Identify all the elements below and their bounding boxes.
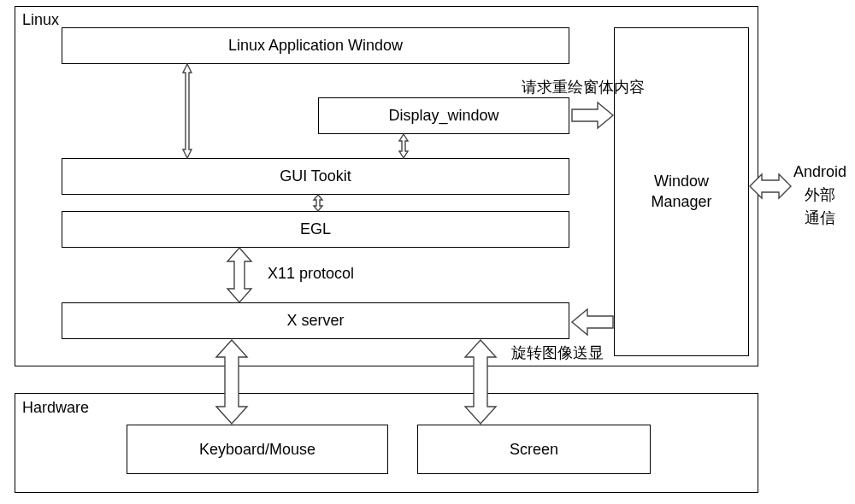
label-rotate-image: 旋转图像送显	[511, 343, 604, 363]
label-android-comm: Android 外部 通信	[793, 161, 846, 230]
arrow-xserver-keyboard	[211, 340, 252, 424]
label-x11-protocol: X11 protocol	[268, 265, 354, 283]
arrow-wm-android	[750, 171, 791, 202]
box-egl: EGL	[62, 211, 569, 248]
arrow-wm-xserver	[572, 307, 613, 337]
svg-marker-3	[227, 248, 251, 302]
svg-marker-1	[399, 134, 408, 158]
svg-marker-2	[314, 195, 322, 211]
box-display-window: Display_window	[318, 97, 569, 134]
box-screen: Screen	[417, 425, 651, 474]
arrow-app-gui	[179, 64, 196, 158]
arrow-xserver-screen	[460, 340, 501, 424]
svg-marker-8	[465, 340, 496, 424]
svg-marker-7	[216, 340, 247, 424]
diagram-canvas: Linux Window Manager Linux Application W…	[0, 0, 855, 504]
arrow-gui-egl	[310, 195, 326, 211]
group-linux-label: Linux	[22, 11, 59, 29]
box-linux-application-window: Linux Application Window	[62, 27, 569, 64]
svg-marker-5	[572, 309, 613, 335]
svg-marker-6	[750, 174, 791, 198]
box-xserver: X server	[62, 302, 569, 339]
group-hardware-label: Hardware	[22, 399, 89, 417]
arrow-egl-xserver	[224, 248, 255, 302]
label-request-redraw: 请求重绘窗体内容	[522, 77, 645, 97]
arrow-display-wm	[572, 100, 613, 131]
box-keyboard-mouse: Keyboard/Mouse	[127, 425, 388, 474]
svg-marker-4	[572, 103, 613, 128]
box-gui-toolkit: GUI Tookit	[62, 158, 569, 195]
svg-marker-0	[183, 64, 192, 158]
arrow-display-gui	[396, 134, 411, 158]
